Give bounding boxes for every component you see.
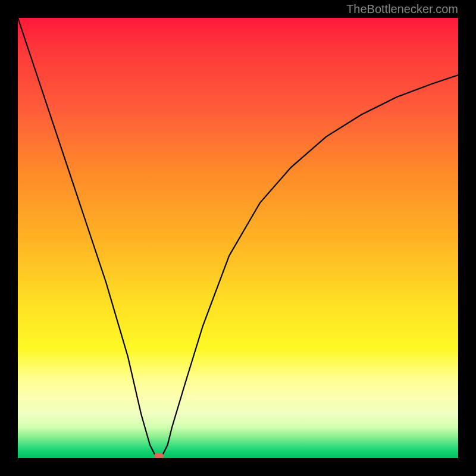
chart-frame: TheBottlenecker.com: [0, 0, 476, 476]
plot-area: [18, 18, 458, 458]
optimum-marker: [154, 453, 164, 458]
bottleneck-curve: [18, 18, 458, 458]
curve-layer: [18, 18, 458, 458]
watermark-text: TheBottlenecker.com: [346, 2, 458, 16]
